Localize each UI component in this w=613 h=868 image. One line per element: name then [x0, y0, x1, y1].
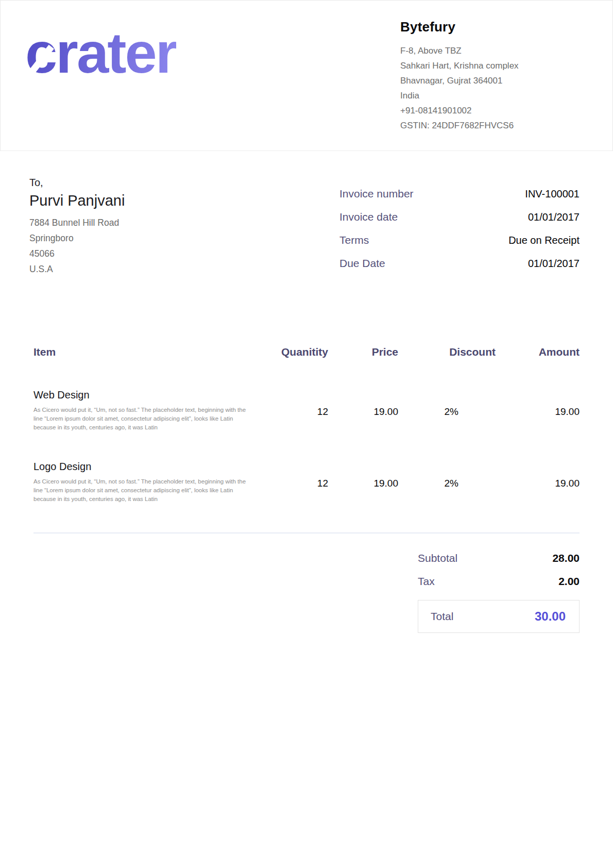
logo-slice-icon — [215, 46, 240, 75]
item-name: Logo Design — [33, 461, 250, 473]
bill-to-block: To, Purvi Panjvani 7884 Bunnel Hill Road… — [29, 177, 125, 280]
customer-name: Purvi Panjvani — [29, 192, 125, 209]
item-discount: 2% — [398, 447, 496, 519]
tax-label: Tax — [418, 575, 435, 588]
company-phone: +91-08141901002 — [400, 103, 581, 118]
item-quantity: 12 — [250, 376, 328, 447]
column-header-discount: Discount — [398, 346, 496, 376]
table-row: Logo Design As Cicero would put it, “Um,… — [33, 447, 580, 519]
item-cell: Web Design As Cicero would put it, “Um, … — [33, 376, 250, 447]
invoice-number-value: INV-100001 — [525, 188, 580, 200]
items-table-header-row: Item Quanitity Price Discount Amount — [33, 346, 580, 376]
invoice-number-row: Invoice number INV-100001 — [339, 187, 580, 201]
totals-section: Subtotal 28.00 Tax 2.00 Total 30.00 — [33, 552, 580, 633]
total-label: Total — [431, 610, 453, 623]
invoice-number-label: Invoice number — [339, 188, 414, 200]
customer-address-line: 7884 Bunnel Hill Road — [29, 215, 125, 230]
terms-label: Terms — [339, 234, 369, 246]
item-amount: 19.00 — [496, 447, 580, 519]
tax-value: 2.00 — [558, 575, 580, 588]
invoice-date-value: 01/01/2017 — [528, 211, 580, 223]
item-price: 19.00 — [328, 447, 398, 519]
table-row: Web Design As Cicero would put it, “Um, … — [33, 376, 580, 447]
invoice-date-label: Invoice date — [339, 211, 398, 223]
subtotal-value: 28.00 — [552, 552, 580, 564]
customer-address-line: Springboro — [29, 230, 125, 246]
column-header-quantity: Quanitity — [250, 346, 328, 376]
due-date-value: 01/01/2017 — [528, 258, 580, 270]
company-address-line: India — [400, 88, 581, 103]
company-address-line: Sahkari Hart, Krishna complex — [400, 58, 581, 73]
item-description: As Cicero would put it, “Um, not so fast… — [33, 406, 250, 432]
terms-row: Terms Due on Receipt — [339, 233, 580, 247]
invoice-meta: Invoice number INV-100001 Invoice date 0… — [339, 187, 580, 280]
item-price: 19.00 — [328, 376, 398, 447]
company-address-line: F-8, Above TBZ — [400, 43, 581, 58]
customer-address-line: U.S.A — [29, 261, 125, 277]
table-divider — [33, 532, 580, 533]
terms-value: Due on Receipt — [508, 235, 580, 246]
tax-row: Tax 2.00 — [418, 575, 580, 588]
item-quantity: 12 — [250, 447, 328, 519]
company-gstin: GSTIN: 24DDF7682FHVCS6 — [400, 118, 581, 133]
item-description: As Cicero would put it, “Um, not so fast… — [33, 477, 250, 504]
company-name: Bytefury — [400, 19, 581, 35]
crater-logo: crater — [25, 21, 176, 85]
total-box: Total 30.00 — [418, 600, 580, 633]
invoice-page: crater Bytefury F-8, Above TBZ Sahkari H… — [0, 0, 613, 868]
company-address: F-8, Above TBZ Sahkari Hart, Krishna com… — [400, 43, 581, 133]
column-header-price: Price — [328, 346, 398, 376]
invoice-header: crater Bytefury F-8, Above TBZ Sahkari H… — [0, 0, 613, 151]
due-date-row: Due Date 01/01/2017 — [339, 257, 580, 270]
due-date-label: Due Date — [339, 257, 385, 270]
column-header-item: Item — [33, 346, 250, 376]
items-table: Item Quanitity Price Discount Amount Web… — [33, 346, 580, 519]
item-discount: 2% — [398, 376, 496, 447]
company-block: Bytefury F-8, Above TBZ Sahkari Hart, Kr… — [400, 19, 581, 133]
customer-address-line: 45066 — [29, 246, 125, 261]
column-header-amount: Amount — [496, 346, 580, 376]
subtotal-label: Subtotal — [418, 552, 457, 564]
item-cell: Logo Design As Cicero would put it, “Um,… — [33, 447, 250, 519]
invoice-date-row: Invoice date 01/01/2017 — [339, 210, 580, 224]
company-address-line: Bhavnagar, Gujrat 364001 — [400, 73, 581, 88]
item-name: Web Design — [33, 389, 250, 401]
to-label: To, — [29, 177, 125, 189]
item-amount: 19.00 — [496, 376, 580, 447]
total-value: 30.00 — [535, 609, 566, 624]
bill-section: To, Purvi Panjvani 7884 Bunnel Hill Road… — [0, 151, 613, 280]
subtotal-row: Subtotal 28.00 — [418, 552, 580, 564]
